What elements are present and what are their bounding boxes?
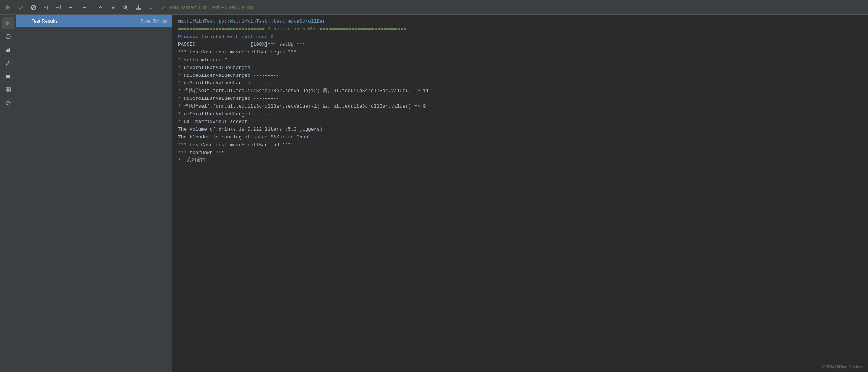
svg-rect-28 (9, 88, 10, 89)
output-line: * uiIceSliderValueChanged --------- (178, 72, 862, 80)
svg-line-31 (6, 104, 7, 105)
sidebar-run-icon[interactable] (2, 17, 14, 29)
down-button[interactable] (108, 2, 118, 13)
output-line: Process finished with exit code 0 (178, 33, 862, 41)
run-button[interactable] (3, 2, 13, 13)
output-line: * 当执行self.form.ui.tequilaScrollBar.setVa… (178, 103, 862, 111)
svg-rect-23 (6, 50, 7, 52)
zoom-button[interactable] (121, 2, 131, 13)
test-results-item[interactable]: ✓ ✓ Test Results 5 sec 504 ms (16, 15, 172, 27)
svg-rect-27 (6, 88, 8, 89)
more-button[interactable]: » (146, 2, 156, 13)
output-line: matrixWinTest.py::MatrixWinTest::test_mo… (178, 18, 862, 26)
svg-rect-14 (82, 9, 86, 9)
svg-rect-11 (69, 9, 73, 9)
output-line: * uiScrollBarValueChanged --------- (178, 64, 862, 72)
output-line: The volume of drinks is 0.222 liters (5.… (178, 126, 862, 134)
test-item-duration: 5 sec 504 ms (141, 19, 167, 24)
output-line: * setFormToZero * (178, 56, 862, 64)
svg-marker-21 (6, 21, 10, 25)
check-button[interactable] (16, 2, 26, 13)
tests-passed-status: ✓ Tests passed: 1 of 1 test – 5 sec 504 … (161, 4, 254, 11)
output-line: The blender is running at speed "&Karate… (178, 134, 862, 141)
output-panel[interactable]: matrixWinTest.py::MatrixWinTest::test_mo… (172, 15, 868, 372)
output-line: * 关闭窗口 (178, 157, 862, 164)
sort-desc-button[interactable] (53, 2, 64, 13)
svg-rect-12 (82, 6, 86, 6)
svg-marker-0 (6, 5, 10, 10)
align-left-button[interactable] (66, 2, 76, 13)
sidebar-stop-icon[interactable] (2, 71, 14, 82)
svg-rect-10 (69, 7, 72, 8)
sidebar (0, 15, 16, 372)
sidebar-circle-icon[interactable] (2, 30, 14, 42)
sort-asc-button[interactable] (41, 2, 51, 13)
output-line: *** testCase test_moveScrollBar end *** (178, 141, 862, 149)
more-icon: » (149, 4, 152, 10)
status-check-icon: ✓ (161, 4, 166, 11)
sidebar-profiler-icon[interactable] (2, 44, 14, 56)
test-panel: ✓ ✓ Test Results 5 sec 504 ms (16, 15, 172, 372)
sidebar-pin-icon[interactable] (2, 97, 14, 109)
svg-rect-9 (69, 6, 73, 6)
up-button[interactable] (95, 2, 106, 13)
svg-rect-26 (6, 75, 10, 78)
svg-point-22 (6, 34, 10, 39)
output-line: * uiScrollBarValueChanged --------- (178, 79, 862, 87)
main-area: ✓ ✓ Test Results 5 sec 504 ms matrixWinT… (0, 15, 868, 372)
svg-rect-25 (9, 48, 10, 52)
export-button[interactable] (133, 2, 143, 13)
test-item-label: Test Results (32, 18, 139, 24)
svg-rect-24 (7, 49, 9, 52)
output-line: PASSED [100%]*** setUp *** (178, 41, 862, 49)
svg-rect-30 (9, 90, 10, 92)
output-line: ============================== 1 passed … (178, 26, 862, 33)
toolbar: » ✓ Tests passed: 1 of 1 test – 5 sec 50… (0, 0, 868, 15)
sidebar-grid-icon[interactable] (2, 84, 14, 96)
output-line: * CallMatrixWinUi accept (178, 118, 862, 126)
output-line: *** testCase test_moveScrollBar begin **… (178, 49, 862, 56)
test-pass-icon: ✓ (26, 18, 29, 24)
svg-rect-13 (83, 7, 86, 8)
output-line: * 当执行self.form.ui.tequilaScrollBar.setVa… (178, 87, 862, 95)
svg-rect-29 (6, 90, 8, 92)
test-check-icon: ✓ (21, 18, 24, 24)
sidebar-wrench-icon[interactable] (2, 57, 14, 69)
output-line: *** tearDown *** (178, 149, 862, 157)
output-line: * uiScrollBarValueChanged --------- (178, 111, 862, 118)
stop-button[interactable] (28, 2, 39, 13)
watermark: CSDN @Ding Jiaxiong (822, 365, 864, 369)
status-text: Tests passed: 1 of 1 test – 5 sec 504 ms (168, 4, 254, 10)
output-line: * uiScrollBarValueChanged --------- (178, 95, 862, 103)
separator-1 (92, 4, 92, 11)
svg-line-16 (127, 9, 128, 10)
align-right-button[interactable] (79, 2, 89, 13)
svg-line-2 (32, 6, 35, 9)
